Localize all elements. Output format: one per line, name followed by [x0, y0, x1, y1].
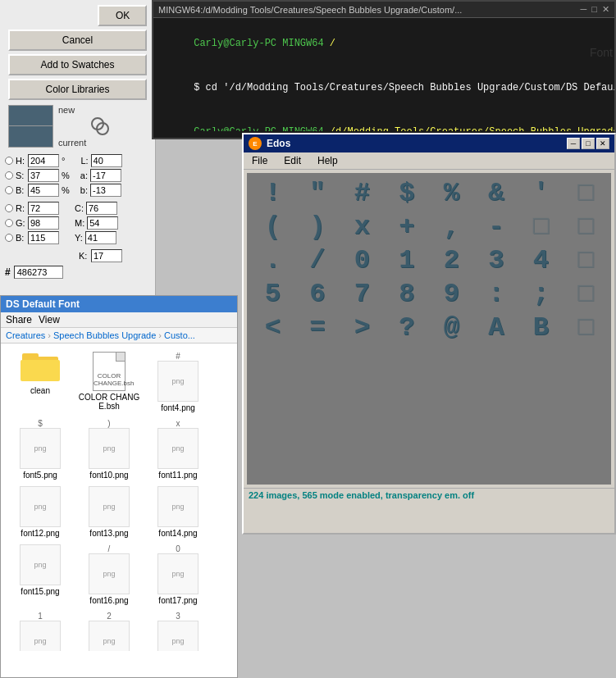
char-cell: x — [341, 212, 383, 242]
terminal-cmd-1: $ cd '/d/Modding Tools/Creatures/Speech … — [194, 82, 614, 93]
r-radio[interactable] — [5, 204, 13, 212]
y-input[interactable]: 41 — [85, 231, 116, 244]
b2-input[interactable]: 115 — [28, 231, 59, 244]
list-item[interactable]: png font12.png — [7, 485, 73, 539]
edos-close-button[interactable]: ✕ — [596, 138, 609, 149]
list-item[interactable]: $ png font5.png — [7, 417, 73, 481]
edos-menu-file[interactable]: File — [249, 154, 271, 167]
view-button[interactable]: View — [39, 314, 60, 325]
share-button[interactable]: Share — [6, 314, 32, 325]
color-libraries-button[interactable]: Color Libraries — [8, 79, 147, 100]
b-input[interactable]: 45 — [28, 184, 59, 197]
new-color-swatch — [8, 105, 53, 126]
c-input[interactable]: 76 — [86, 202, 117, 215]
list-item[interactable]: png font14.png — [145, 485, 211, 539]
current-color-swatch — [8, 126, 53, 148]
png-thumbnail: png — [89, 486, 130, 527]
char-cell: □ — [520, 212, 562, 242]
edos-menu-help[interactable]: Help — [314, 154, 341, 167]
edos-menu-edit[interactable]: Edit — [281, 154, 304, 167]
png-thumbnail: png — [157, 621, 198, 651]
breadcrumb-creatures[interactable]: Creatures — [6, 330, 45, 340]
char-cell: □ — [565, 178, 607, 208]
hex-input[interactable]: 486273 — [14, 266, 63, 279]
char-cell: > — [341, 312, 383, 343]
file-name: font15.png — [21, 587, 59, 596]
terminal-path-1: / — [330, 38, 335, 49]
char-cell: □ — [565, 212, 607, 242]
file-badge: 3 — [176, 612, 180, 621]
file-name: clean — [30, 386, 50, 395]
current-label: current — [58, 138, 86, 148]
char-cell: = — [297, 312, 339, 343]
file-name: font16.png — [89, 596, 128, 605]
b2-radio[interactable] — [5, 234, 13, 242]
h-input[interactable]: 204 — [28, 154, 59, 167]
k-input[interactable]: 17 — [91, 249, 122, 262]
terminal-maximize[interactable]: □ — [591, 4, 597, 15]
edos-minimize-button[interactable]: ─ — [567, 138, 580, 149]
char-cell: 3 — [476, 245, 518, 275]
file-badge: # — [176, 352, 180, 361]
g-input[interactable]: 98 — [28, 216, 59, 230]
b-unit: % — [62, 185, 70, 195]
list-item[interactable]: / png font16.png — [76, 543, 142, 607]
m-input[interactable]: 54 — [87, 216, 118, 230]
c-label: C: — [75, 203, 84, 213]
s-unit: % — [62, 171, 70, 180]
s-radio[interactable] — [5, 171, 13, 180]
char-cell: 1 — [386, 245, 428, 275]
breadcrumb-speech[interactable]: Speech Bubbles Upgrade — [53, 330, 156, 340]
list-item[interactable]: 2 png font19.png — [76, 610, 142, 651]
terminal-prompt-1: Carly@Carly-PC MINGW64 — [194, 38, 330, 49]
list-item[interactable]: 1 png font18.png — [7, 610, 73, 651]
char-cell: 2 — [431, 245, 472, 275]
h-radio[interactable] — [5, 157, 13, 165]
edos-maximize-button[interactable]: □ — [582, 138, 595, 149]
edos-menubar: File Edit Help — [244, 152, 614, 170]
edos-titlebar: E Edos ─ □ ✕ — [244, 134, 614, 152]
list-item[interactable]: # png font4.png — [145, 350, 211, 414]
terminal-body: Carly@Carly-PC MINGW64 / $ cd '/d/Moddin… — [153, 18, 614, 131]
file-browser-title: DS Default Font — [1, 296, 237, 312]
add-swatch-button[interactable]: Add to Swatches — [8, 54, 147, 75]
list-item[interactable]: 3 png font20.png — [145, 610, 211, 651]
b3-input[interactable]: -13 — [90, 184, 121, 197]
b-radio[interactable] — [5, 186, 13, 194]
list-item[interactable]: png font15.png — [7, 543, 73, 607]
ok-button[interactable]: OK — [98, 5, 147, 26]
r-input[interactable]: 72 — [28, 202, 59, 215]
doc-icon: COLORCHANGE.bsh — [93, 352, 125, 391]
s-label: S: — [16, 171, 25, 180]
char-cell: . — [252, 245, 294, 275]
terminal-close[interactable]: ✕ — [602, 4, 609, 15]
list-item[interactable]: png font13.png — [76, 485, 142, 539]
breadcrumb-custom[interactable]: Custo... — [164, 330, 195, 340]
new-label: new — [58, 105, 86, 115]
list-item[interactable]: 0 png font17.png — [145, 543, 211, 607]
list-item[interactable]: x png font11.png — [145, 417, 211, 481]
edos-title-text: Edos — [267, 138, 290, 149]
g-radio[interactable] — [5, 219, 13, 227]
cancel-button[interactable]: Cancel — [8, 30, 147, 51]
file-badge: 1 — [38, 612, 43, 621]
list-item[interactable]: COLORCHANGE.bsh COLOR CHANGE.bsh — [76, 350, 142, 414]
terminal-title: MINGW64:/d/Modding Tools/Creatures/Speec… — [158, 5, 462, 15]
char-cell: $ — [386, 178, 428, 208]
a-input[interactable]: -17 — [90, 169, 121, 182]
png-thumbnail: png — [89, 621, 130, 651]
color-mode-icon[interactable] — [91, 117, 109, 135]
list-item[interactable]: clean — [7, 350, 73, 414]
file-name: font12.png — [21, 529, 59, 538]
file-badge: x — [176, 419, 180, 428]
png-thumbnail: png — [157, 361, 198, 402]
list-item[interactable]: ) png font10.png — [76, 417, 142, 481]
char-cell: A — [476, 312, 518, 343]
l-input[interactable]: 40 — [91, 154, 122, 167]
char-cell: : — [476, 279, 518, 309]
png-thumbnail: png — [20, 544, 61, 585]
s-input[interactable]: 37 — [28, 169, 59, 182]
terminal-minimize[interactable]: ─ — [581, 4, 587, 15]
char-cell: ; — [520, 279, 562, 309]
doc-label: COLORCHANGE.bsh — [94, 372, 125, 387]
